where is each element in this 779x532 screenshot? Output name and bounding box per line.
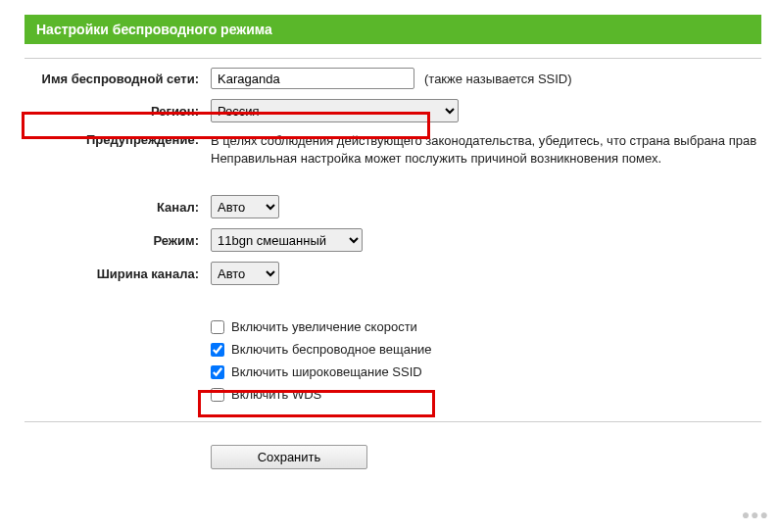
page-title: Настройки беспроводного режима [24,15,761,44]
label-region: Регион: [24,104,211,119]
save-button[interactable]: Сохранить [211,445,367,469]
ssid-hint: (также называется SSID) [424,72,572,86]
wds-checkbox[interactable] [211,388,224,402]
ssid-broadcast-text: Включить широковещание SSID [231,364,422,379]
wireless-enable-checkbox[interactable] [211,343,224,357]
wireless-settings-form: Имя беспроводной сети: (также называется… [24,63,761,474]
ssid-input[interactable] [211,68,414,89]
wireless-enable-text: Включить беспроводное вещание [231,342,432,357]
row-channel: Канал: Авто [24,190,761,223]
label-ssid: Имя беспроводной сети: [24,72,211,86]
row-speed-boost: Включить увеличение скорости [24,315,761,338]
label-channel-width: Ширина канала: [24,266,211,281]
speed-boost-text: Включить увеличение скорости [231,319,417,334]
speed-boost-label[interactable]: Включить увеличение скорости [211,319,417,334]
channel-width-select[interactable]: Авто [211,262,279,285]
row-warning: Предупреждение: В целях соблюдения дейст… [24,127,761,172]
label-channel: Канал: [24,200,211,215]
wds-text: Включить WDS [231,387,321,402]
row-ssid: Имя беспроводной сети: (также называется… [24,63,761,94]
region-select[interactable]: Россия [211,99,459,122]
speed-boost-checkbox[interactable] [211,320,224,334]
ssid-broadcast-label[interactable]: Включить широковещание SSID [211,364,422,379]
row-region: Регион: Россия [24,94,761,127]
row-mode: Режим: 11bgn смешанный [24,223,761,257]
divider-bottom [24,421,761,422]
mode-select[interactable]: 11bgn смешанный [211,228,363,252]
wds-label[interactable]: Включить WDS [211,387,321,402]
wireless-enable-label[interactable]: Включить беспроводное вещание [211,342,432,357]
row-channel-width: Ширина канала: Авто [24,257,761,290]
row-wds: Включить WDS [24,383,761,406]
row-wireless-enable: Включить беспроводное вещание [24,338,761,361]
row-ssid-broadcast: Включить широковещание SSID [24,361,761,383]
ssid-broadcast-checkbox[interactable] [211,365,224,379]
channel-select[interactable]: Авто [211,195,279,218]
row-save: Сохранить [24,440,761,474]
divider [24,58,761,59]
warning-text: В целях соблюдения действующего законода… [211,132,756,168]
ellipsis-icon: ●●● [742,507,769,522]
label-warning: Предупреждение: [24,132,211,147]
label-mode: Режим: [24,233,211,248]
